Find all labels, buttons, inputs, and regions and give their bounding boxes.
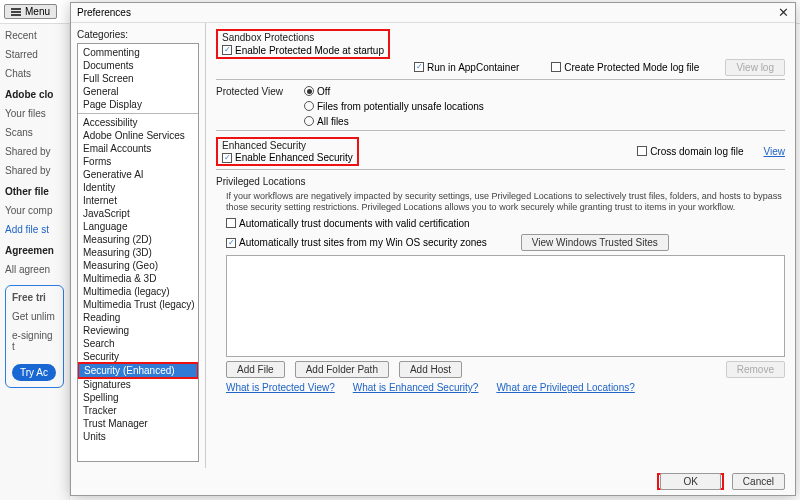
auto-sites-checkbox[interactable]: Automatically trust sites from my Win OS… [226, 237, 487, 248]
add-file-button[interactable]: Add File [226, 361, 285, 378]
category-item[interactable]: Tracker [78, 404, 198, 417]
category-item[interactable]: JavaScript [78, 207, 198, 220]
cross-domain-log-label: Cross domain log file [650, 146, 743, 157]
category-item[interactable]: Accessibility [78, 116, 198, 129]
add-folder-button[interactable]: Add Folder Path [295, 361, 389, 378]
try-button[interactable]: Try Ac [12, 364, 56, 381]
link-protected-view[interactable]: What is Protected View? [226, 382, 335, 393]
pv-all-label: All files [317, 116, 349, 127]
enable-enhanced-security-label: Enable Enhanced Security [235, 152, 353, 163]
category-item[interactable]: Commenting [78, 46, 198, 59]
sidebar-header-other: Other file [5, 186, 64, 197]
categories-label: Categories: [77, 29, 199, 40]
menu-button[interactable]: Menu [4, 4, 57, 19]
category-item[interactable]: Page Display [78, 98, 198, 111]
sidebar-header-adobe: Adobe clo [5, 89, 64, 100]
ok-button[interactable]: OK [660, 473, 720, 490]
enable-enhanced-security-checkbox[interactable]: Enable Enhanced Security [222, 152, 353, 163]
dialog-title: Preferences [77, 7, 131, 18]
category-item[interactable]: Units [78, 430, 198, 443]
category-item[interactable]: Reading [78, 311, 198, 324]
close-icon[interactable]: ✕ [778, 5, 789, 20]
view-trusted-sites-button[interactable]: View Windows Trusted Sites [521, 234, 669, 251]
trial-sub1: Get unlim [12, 311, 57, 322]
category-item[interactable]: Measuring (Geo) [78, 259, 198, 272]
category-item[interactable]: Spelling [78, 391, 198, 404]
enable-protected-mode-checkbox[interactable]: Enable Protected Mode at startup [222, 45, 384, 56]
sidebar-item-chats[interactable]: Chats [5, 68, 64, 79]
category-item[interactable]: Search [78, 337, 198, 350]
pv-unsafe-label: Files from potentially unsafe locations [317, 101, 484, 112]
category-item[interactable]: Language [78, 220, 198, 233]
menu-label: Menu [25, 6, 50, 17]
pv-all-radio[interactable]: All files [304, 116, 349, 127]
privileged-desc: If your workflows are negatively impacte… [216, 191, 785, 214]
sidebar-item-starred[interactable]: Starred [5, 49, 64, 60]
run-appcontainer-checkbox[interactable]: Run in AppContainer [414, 62, 519, 73]
categories-list[interactable]: CommentingDocumentsFull ScreenGeneralPag… [77, 43, 199, 462]
cross-domain-log-checkbox[interactable]: Cross domain log file [637, 146, 743, 157]
create-log-checkbox[interactable]: Create Protected Mode log file [551, 62, 699, 73]
category-item[interactable]: Full Screen [78, 72, 198, 85]
sidebar-item-sharedby2[interactable]: Shared by [5, 165, 64, 176]
pv-off-label: Off [317, 86, 330, 97]
category-item[interactable]: Reviewing [78, 324, 198, 337]
category-item[interactable]: Internet [78, 194, 198, 207]
category-item[interactable]: Signatures [78, 378, 198, 391]
sidebar-item-scans[interactable]: Scans [5, 127, 64, 138]
pv-off-radio[interactable]: Off [304, 86, 330, 97]
hamburger-icon [11, 8, 21, 16]
privileged-list[interactable] [226, 255, 785, 357]
category-item[interactable]: Forms [78, 155, 198, 168]
privileged-heading: Privileged Locations [216, 176, 785, 187]
auto-cert-label: Automatically trust documents with valid… [239, 218, 470, 229]
category-item[interactable]: Generative AI [78, 168, 198, 181]
link-enhanced-security[interactable]: What is Enhanced Security? [353, 382, 479, 393]
auto-cert-checkbox[interactable]: Automatically trust documents with valid… [226, 218, 470, 229]
cancel-button[interactable]: Cancel [732, 473, 785, 490]
category-item[interactable]: Multimedia Trust (legacy) [78, 298, 198, 311]
preferences-dialog: Preferences ✕ Categories: CommentingDocu… [70, 2, 796, 496]
category-item[interactable]: Multimedia & 3D [78, 272, 198, 285]
protected-view-label: Protected View [216, 86, 294, 97]
remove-button: Remove [726, 361, 785, 378]
link-privileged[interactable]: What are Privileged Locations? [496, 382, 634, 393]
category-item[interactable]: General [78, 85, 198, 98]
view-log-button: View log [725, 59, 785, 76]
auto-sites-label: Automatically trust sites from my Win OS… [239, 237, 487, 248]
sidebar-header-agree: Agreemen [5, 245, 64, 256]
sandbox-heading: Sandbox Protections [222, 32, 384, 43]
category-item[interactable]: Documents [78, 59, 198, 72]
trial-title: Free tri [12, 292, 57, 303]
sidebar-add-file[interactable]: Add file st [5, 224, 64, 235]
enable-protected-mode-label: Enable Protected Mode at startup [235, 45, 384, 56]
sidebar-item-sharedby1[interactable]: Shared by [5, 146, 64, 157]
category-item[interactable]: Adobe Online Services [78, 129, 198, 142]
pv-unsafe-radio[interactable]: Files from potentially unsafe locations [304, 101, 484, 112]
create-log-label: Create Protected Mode log file [564, 62, 699, 73]
trial-sub2: e-signing t [12, 330, 57, 352]
add-host-button[interactable]: Add Host [399, 361, 462, 378]
category-item[interactable]: Security (Enhanced) [77, 362, 199, 379]
category-item[interactable]: Measuring (3D) [78, 246, 198, 259]
enhanced-security-heading: Enhanced Security [222, 140, 353, 151]
run-appcontainer-label: Run in AppContainer [427, 62, 519, 73]
category-item[interactable]: Measuring (2D) [78, 233, 198, 246]
category-item[interactable]: Trust Manager [78, 417, 198, 430]
category-item[interactable]: Identity [78, 181, 198, 194]
category-item[interactable]: Email Accounts [78, 142, 198, 155]
sidebar-item-files[interactable]: Your files [5, 108, 64, 119]
category-item[interactable]: Multimedia (legacy) [78, 285, 198, 298]
view-link[interactable]: View [764, 146, 786, 157]
trial-card: Free tri Get unlim e-signing t Try Ac [5, 285, 64, 388]
sidebar-item-comp[interactable]: Your comp [5, 205, 64, 216]
sidebar-item-allagree[interactable]: All agreen [5, 264, 64, 275]
sidebar-item-recent[interactable]: Recent [5, 30, 64, 41]
